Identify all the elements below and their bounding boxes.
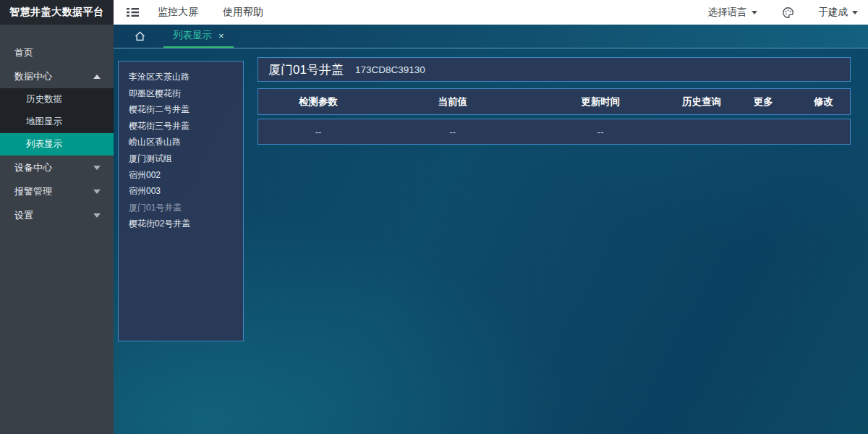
device-name: 厦门01号井盖 [268,61,344,78]
close-icon[interactable] [218,31,224,41]
cell-update-time: -- [527,127,674,137]
sidebar-item-label: 数据中心 [14,70,93,83]
caret-down-icon [752,11,757,14]
top-bar: 智慧井盖大数据平台 监控大屏 使用帮助 选择语言 于建成 [0,0,868,25]
caret-down-icon [852,11,858,14]
caret-down-icon [93,213,101,218]
sidebar-item-data-center[interactable]: 数据中心 [0,64,114,88]
device-list-item[interactable]: 宿州003 [129,183,243,200]
device-detail-header: 厦门01号井盖 173CD8C39130 [258,57,851,82]
device-list-panel: 李沧区天茶山路 即墨区樱花街 樱花街二号井盖 樱花街三号井盖 崂山区香山路 厦门… [118,61,244,341]
caret-up-icon [93,75,101,79]
user-menu[interactable]: 于建成 [819,6,859,19]
sidebar-item-label: 首页 [14,46,101,59]
sidebar-item-label: 地图显示 [26,116,62,128]
cell-current-value: -- [378,127,527,137]
topbar-right: 选择语言 于建成 [708,6,859,19]
data-center-submenu: 历史数据 地图显示 列表显示 [0,88,114,156]
user-name: 于建成 [819,6,848,19]
main-content: 李沧区天茶山路 即墨区樱花街 樱花街二号井盖 樱花街三号井盖 崂山区香山路 厦门… [114,49,868,434]
col-header-detect-param: 检测参数 [258,95,378,109]
device-list-item[interactable]: 宿州002 [129,167,243,184]
sidebar-item-label: 报警管理 [14,185,93,198]
device-list-item[interactable]: 崂山区香山路 [129,134,243,150]
device-list-item[interactable]: 樱花街02号井盖 [129,216,243,232]
sidebar-item-label: 列表显示 [26,138,62,150]
sidebar-item-device-center[interactable]: 设备中心 [0,156,114,179]
col-header-update-time: 更新时间 [527,95,674,109]
table-row: -- -- -- [258,119,851,145]
home-icon[interactable] [134,30,146,42]
sidebar-item-map-display[interactable]: 地图显示 [0,111,114,133]
menu-fold-icon[interactable] [127,7,139,17]
sidebar-item-home[interactable]: 首页 [0,41,114,64]
tab-label: 列表显示 [173,29,212,42]
sidebar-item-list-display[interactable]: 列表显示 [0,133,114,156]
language-selector-label: 选择语言 [708,6,747,19]
device-list-item[interactable]: 樱花街三号井盖 [129,118,243,135]
language-selector[interactable]: 选择语言 [708,6,757,19]
caret-down-icon [93,190,101,194]
top-nav: 监控大屏 使用帮助 选择语言 于建成 [114,0,868,25]
sidebar-item-label: 设置 [14,209,93,222]
caret-down-icon [93,166,101,170]
tab-bar: 列表显示 [114,25,868,48]
device-list-item[interactable]: 李沧区天茶山路 [129,69,243,85]
sidebar-item-history-data[interactable]: 历史数据 [0,88,114,111]
col-header-history-query: 历史查询 [674,95,729,109]
sidebar-item-label: 历史数据 [26,93,62,106]
nav-monitor-screen[interactable]: 监控大屏 [158,6,198,19]
cell-detect-param: -- [258,127,378,137]
theme-palette-icon[interactable] [782,7,794,19]
nav-help[interactable]: 使用帮助 [223,6,263,19]
col-header-modify: 修改 [797,95,850,109]
app-logo-title: 智慧井盖大数据平台 [0,0,114,25]
sidebar-item-label: 设备中心 [14,161,93,174]
device-list-item[interactable]: 樱花街二号井盖 [129,101,243,118]
device-list-item[interactable]: 厦门测试组 [129,150,243,167]
sidebar-item-settings[interactable]: 设置 [0,203,114,227]
device-list-item[interactable]: 即墨区樱花街 [129,85,243,102]
sidebar: 首页 数据中心 历史数据 地图显示 列表显示 设备中心 报警管理 设置 [0,25,114,434]
device-id: 173CD8C39130 [355,64,425,75]
tab-list-display[interactable]: 列表显示 [163,25,234,48]
col-header-more: 更多 [729,95,797,109]
device-list-item-selected[interactable]: 厦门01号井盖 [129,200,243,216]
table-header-row: 检测参数 当前值 更新时间 历史查询 更多 修改 [258,88,851,115]
sidebar-item-alarm-management[interactable]: 报警管理 [0,179,114,203]
col-header-current-value: 当前值 [378,95,527,109]
